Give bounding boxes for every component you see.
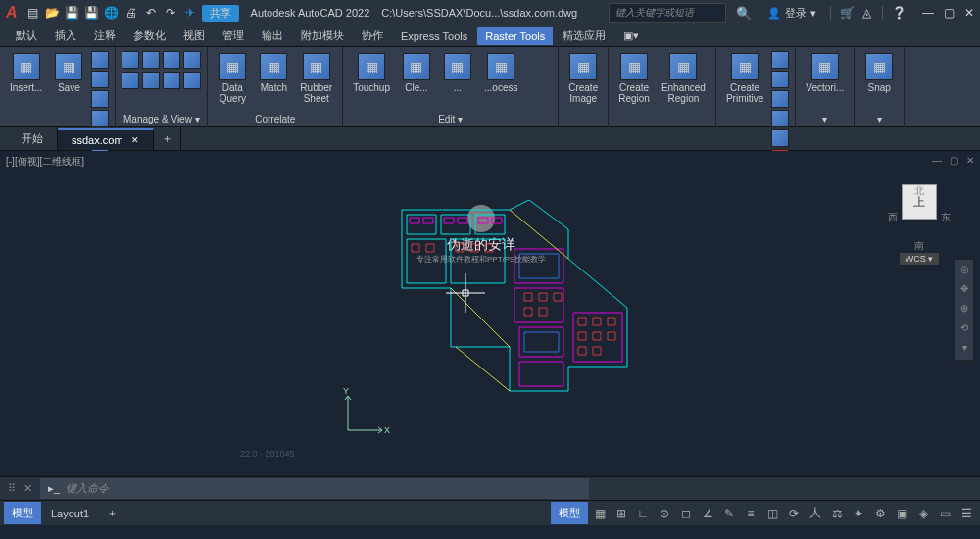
ribbon-small-icon[interactable] xyxy=(122,51,139,69)
minimize-icon[interactable]: — xyxy=(922,6,934,20)
maximize-icon[interactable]: ▢ xyxy=(944,6,955,20)
ribbon-small-icon[interactable] xyxy=(771,129,789,147)
saveas-icon[interactable]: 💾 xyxy=(84,5,100,21)
tab-close-icon[interactable]: ✕ xyxy=(131,135,139,145)
drawing-viewport[interactable]: [-][俯视][二维线框] 伪逝的安详 专注常用软件教程和PPT/PS技能教学 xyxy=(0,151,980,476)
menu-协作[interactable]: 协作 xyxy=(354,25,391,46)
grid-icon[interactable]: ▦ xyxy=(590,505,610,522)
tab-add[interactable]: ＋ xyxy=(154,127,181,150)
ribbon-small-icon[interactable] xyxy=(163,51,180,69)
doc-max-icon[interactable]: ▢ xyxy=(950,155,958,166)
lineweight-icon[interactable]: ≡ xyxy=(741,505,760,522)
status-model-button[interactable]: 模型 xyxy=(551,502,588,524)
new-icon[interactable]: ▤ xyxy=(25,5,41,21)
panel-title[interactable]: Edit ▾ xyxy=(343,112,558,126)
ribbon-save[interactable]: ▦Save xyxy=(50,51,87,95)
ribbon-small-icon[interactable] xyxy=(91,71,109,88)
doc-min-icon[interactable]: — xyxy=(932,155,942,166)
search-input[interactable]: 键入关键字或短语 xyxy=(609,3,726,23)
ribbon-small-icon[interactable] xyxy=(142,51,160,69)
login-button[interactable]: 👤 登录 ▾ xyxy=(767,6,816,21)
wcs-button[interactable]: WCS ▾ xyxy=(900,253,940,265)
custom-icon[interactable]: ☰ xyxy=(956,505,976,522)
menu-精选应用[interactable]: 精选应用 xyxy=(555,25,613,46)
panel-title[interactable]: ▾ xyxy=(855,112,904,126)
print-icon[interactable]: 🖨 xyxy=(123,5,139,21)
ws-icon[interactable]: ✦ xyxy=(849,505,868,522)
layout1-tab[interactable]: Layout1 xyxy=(43,504,97,523)
menu-插入[interactable]: 插入 xyxy=(47,25,84,46)
cart-icon[interactable]: 🛒 xyxy=(839,5,855,21)
track-icon[interactable]: ∠ xyxy=(698,505,717,522)
ribbon-rubber-sheet[interactable]: ▦Rubber Sheet xyxy=(296,51,336,106)
panel-title[interactable] xyxy=(559,122,608,126)
panel-title[interactable]: Correlate xyxy=(208,112,342,126)
ribbon-small-icon[interactable] xyxy=(183,51,201,69)
open-icon[interactable]: 📂 xyxy=(45,5,61,21)
panel-title[interactable]: Manage & View ▾ xyxy=(116,112,207,126)
panel-title[interactable] xyxy=(609,122,715,126)
menu-参数化[interactable]: 参数化 xyxy=(125,25,173,46)
osnap-icon[interactable]: ◻ xyxy=(676,505,696,522)
ribbon-small-icon[interactable] xyxy=(163,72,180,89)
ribbon-vectori-[interactable]: ▦Vectori... xyxy=(802,51,848,95)
redo-icon[interactable]: ↷ xyxy=(163,5,178,21)
ribbon--[interactable]: ▦... xyxy=(439,51,476,95)
viewport-label[interactable]: [-][俯视][二维线框] xyxy=(6,155,84,169)
panel-title[interactable]: ▾ xyxy=(796,112,854,126)
ribbon-cle-[interactable]: ▦Cle... xyxy=(398,51,435,95)
telegram-icon[interactable]: ✈ xyxy=(182,5,198,21)
doc-close-icon[interactable]: ✕ xyxy=(966,155,974,166)
ribbon-match[interactable]: ▦Match xyxy=(255,51,292,95)
ribbon-small-icon[interactable] xyxy=(142,72,160,89)
navigation-bar[interactable]: ◎ ✥ ⊕ ⟲ ▾ xyxy=(955,259,974,361)
layout-add[interactable]: ＋ xyxy=(99,502,125,524)
cycle-icon[interactable]: ⟳ xyxy=(784,505,804,522)
ribbon-insert-[interactable]: ▦Insert... xyxy=(6,51,46,95)
ribbon-small-icon[interactable] xyxy=(91,90,109,108)
close-icon[interactable]: ✕ xyxy=(964,6,974,20)
scale-icon[interactable]: ⚖ xyxy=(827,505,847,522)
ribbon-small-icon[interactable] xyxy=(771,71,789,88)
search-icon[interactable]: 🔍 xyxy=(736,6,752,21)
menu-视图[interactable]: 视图 xyxy=(175,25,213,46)
app-icon[interactable]: ◬ xyxy=(858,5,874,21)
ribbon-small-icon[interactable] xyxy=(183,72,201,89)
ribbon-small-icon[interactable] xyxy=(771,110,789,127)
nav-wheel-icon[interactable]: ◎ xyxy=(957,264,971,277)
ribbon-data-query[interactable]: ▦Data Query xyxy=(214,51,251,106)
menu-more[interactable]: ▣▾ xyxy=(615,26,647,45)
ribbon-enhanced-region[interactable]: ▦Enhanced Region xyxy=(658,51,710,106)
command-input[interactable]: ▸_ 键入命令 xyxy=(40,478,589,499)
transp-icon[interactable]: ◫ xyxy=(762,505,782,522)
save-icon[interactable]: 💾 xyxy=(65,5,80,21)
share-button[interactable]: 共享 xyxy=(202,5,239,22)
ribbon-small-icon[interactable] xyxy=(771,90,789,108)
ribbon-small-icon[interactable] xyxy=(122,72,139,89)
ribbon-create-region[interactable]: ▦Create Region xyxy=(614,51,654,106)
nav-pan-icon[interactable]: ✥ xyxy=(957,283,971,297)
ortho-icon[interactable]: ∟ xyxy=(633,505,653,522)
menu-Express Tools[interactable]: Express Tools xyxy=(393,27,475,45)
polar-icon[interactable]: ⊙ xyxy=(655,505,674,522)
menu-注释[interactable]: 注释 xyxy=(86,25,123,46)
menu-Raster Tools[interactable]: Raster Tools xyxy=(477,27,553,45)
doc-tab[interactable]: ssdax.com✕ xyxy=(58,128,154,150)
doc-tab[interactable]: 开始 xyxy=(8,127,58,150)
web-icon[interactable]: 🌐 xyxy=(104,5,120,21)
dyn-icon[interactable]: ✎ xyxy=(719,505,739,522)
menu-默认[interactable]: 默认 xyxy=(8,25,45,46)
snap-icon[interactable]: ⊞ xyxy=(612,505,631,522)
clean-icon[interactable]: ▭ xyxy=(935,505,955,522)
ribbon-small-icon[interactable] xyxy=(91,51,109,69)
nav-more-icon[interactable]: ▾ xyxy=(957,342,971,356)
ribbon-touchup[interactable]: ▦Touchup xyxy=(349,51,394,95)
menu-管理[interactable]: 管理 xyxy=(215,25,252,46)
ribbon-small-icon[interactable] xyxy=(771,51,789,69)
menu-附加模块[interactable]: 附加模块 xyxy=(293,25,352,46)
cmd-handle-icon[interactable]: ⠿ xyxy=(8,482,16,495)
ribbon-create-primitive[interactable]: ▦Create Primitive xyxy=(722,51,767,106)
ribbon-create-image[interactable]: ▦Create Image xyxy=(564,51,602,106)
viewcube[interactable]: 北 西 东 上 南 WCS ▾ xyxy=(888,171,951,265)
help-icon[interactable]: ❔ xyxy=(891,5,906,21)
